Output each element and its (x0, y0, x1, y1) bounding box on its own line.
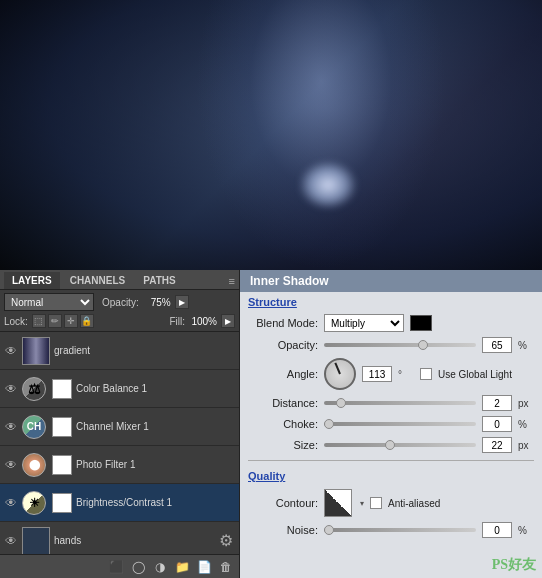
new-layer-icon[interactable]: 📄 (195, 558, 213, 576)
noise-value[interactable]: 0 (482, 522, 512, 538)
structure-label: Structure (240, 292, 542, 310)
blend-mode-label: Blend Mode: (248, 317, 318, 329)
fill-value: 100% (189, 316, 217, 327)
angle-dial[interactable] (324, 358, 356, 390)
distance-label: Distance: (248, 397, 318, 409)
noise-unit: % (518, 525, 534, 536)
layer-mask-photofilter (52, 455, 72, 475)
opacity-unit-is: % (518, 340, 534, 351)
lock-all-icon[interactable]: 🔒 (80, 314, 94, 328)
opacity-slider-thumb (418, 340, 428, 350)
global-light-label: Use Global Light (438, 369, 512, 380)
choke-value[interactable]: 0 (482, 416, 512, 432)
opacity-value-is[interactable]: 65 (482, 337, 512, 353)
choke-unit: % (518, 419, 534, 430)
noise-slider[interactable] (324, 528, 476, 532)
choke-slider[interactable] (324, 422, 476, 426)
layer-list: 👁 gradient 👁 ⚖ Color Balance 1 👁 CH Chan… (0, 332, 239, 554)
add-mask-icon[interactable]: ◯ (129, 558, 147, 576)
layer-vis-hands[interactable]: 👁 (4, 534, 18, 548)
layer-vis-gradient[interactable]: 👁 (4, 344, 18, 358)
opacity-label: Opacity: (102, 297, 139, 308)
quality-label: Quality (248, 468, 534, 484)
choke-slider-container (324, 422, 476, 426)
layer-item-channelmixer[interactable]: 👁 CH Channel Mixer 1 (0, 408, 239, 446)
choke-label: Choke: (248, 418, 318, 430)
blend-mode-row: Blend Mode: Multiply (248, 314, 534, 332)
blend-mode-select[interactable]: Normal (4, 293, 94, 311)
size-slider[interactable] (324, 443, 476, 447)
layers-controls: Normal Opacity: 75% ▶ Lock: ⬚ ✏ ✛ 🔒 Fill… (0, 290, 239, 332)
size-unit: px (518, 440, 534, 451)
tab-paths[interactable]: PATHS (135, 272, 183, 289)
distance-unit: px (518, 398, 534, 409)
opacity-slider[interactable] (324, 343, 476, 347)
layer-vis-colorbalance[interactable]: 👁 (4, 382, 18, 396)
size-row: Size: 22 px (248, 437, 534, 453)
lock-row: Lock: ⬚ ✏ ✛ 🔒 Fill: 100% ▶ (4, 314, 235, 328)
lock-paint-icon[interactable]: ✏ (48, 314, 62, 328)
opacity-row-is: Opacity: 65 % (248, 337, 534, 353)
contour-row: Contour: ▾ Anti-aliased (248, 489, 534, 517)
noise-row: Noise: 0 % (248, 522, 534, 538)
angle-value[interactable]: 113 (362, 366, 392, 382)
size-slider-thumb (385, 440, 395, 450)
blend-color-swatch[interactable] (410, 315, 432, 331)
layer-vis-brightness[interactable]: 👁 (4, 496, 18, 510)
choke-slider-thumb (324, 419, 334, 429)
layer-name-photofilter: Photo Filter 1 (76, 459, 235, 470)
photo-figure (196, 0, 446, 270)
layer-vis-photofilter[interactable]: 👁 (4, 458, 18, 472)
adj-icon-balscale: ⚖ (22, 377, 46, 401)
layers-toolbar: ⬛ ◯ ◑ 📁 📄 🗑 (0, 554, 239, 578)
contour-arrow-icon[interactable]: ▾ (360, 499, 364, 508)
opacity-slider-container (324, 343, 476, 347)
layer-item-brightness[interactable]: 👁 ☀ Brightness/Contrast 1 (0, 484, 239, 522)
bottom-panel: LAYERS CHANNELS PATHS ≡ Normal Opacity: … (0, 270, 542, 578)
noise-label: Noise: (248, 524, 318, 536)
lock-transparent-icon[interactable]: ⬚ (32, 314, 46, 328)
panel-menu-icon[interactable]: ≡ (229, 275, 235, 287)
noise-slider-container (324, 528, 476, 532)
lock-label: Lock: (4, 316, 28, 327)
adj-icon-photofilter: ⬤ (22, 453, 46, 477)
angle-row: Angle: 113 ° Use Global Light (248, 358, 534, 390)
anti-alias-label: Anti-aliased (388, 498, 440, 509)
anti-alias-checkbox[interactable] (370, 497, 382, 509)
layer-mask-channelmixer (52, 417, 72, 437)
inner-shadow-body: Blend Mode: Multiply Opacity: 65 % (240, 310, 542, 542)
distance-value[interactable]: 2 (482, 395, 512, 411)
divider (248, 460, 534, 461)
layer-item-gradient[interactable]: 👁 gradient (0, 332, 239, 370)
photo-canvas (0, 0, 542, 270)
add-style-icon[interactable]: ⬛ (107, 558, 125, 576)
layer-vis-channelmixer[interactable]: 👁 (4, 420, 18, 434)
lock-move-icon[interactable]: ✛ (64, 314, 78, 328)
layer-thumb-gradient (22, 337, 50, 365)
noise-slider-thumb (324, 525, 334, 535)
distance-slider[interactable] (324, 401, 476, 405)
layer-name-hands: hands (54, 535, 215, 546)
inner-shadow-header: Inner Shadow (240, 270, 542, 292)
fill-arrow[interactable]: ▶ (221, 314, 235, 328)
size-value[interactable]: 22 (482, 437, 512, 453)
layers-panel: LAYERS CHANNELS PATHS ≡ Normal Opacity: … (0, 270, 240, 578)
layer-thumb-hands (22, 527, 50, 555)
layer-item-hands[interactable]: 👁 hands ⚙ (0, 522, 239, 554)
tab-layers[interactable]: LAYERS (4, 272, 60, 289)
inner-shadow-panel: Inner Shadow Structure Blend Mode: Multi… (240, 270, 542, 578)
glow-orb (298, 160, 358, 210)
layer-item-photofilter[interactable]: 👁 ⬤ Photo Filter 1 (0, 446, 239, 484)
new-fill-icon[interactable]: ◑ (151, 558, 169, 576)
delete-layer-icon[interactable]: 🗑 (217, 558, 235, 576)
blend-mode-select-is[interactable]: Multiply (324, 314, 404, 332)
new-group-icon[interactable]: 📁 (173, 558, 191, 576)
contour-box[interactable] (324, 489, 352, 517)
tab-channels[interactable]: CHANNELS (62, 272, 134, 289)
layer-item-colorbalance[interactable]: 👁 ⚖ Color Balance 1 (0, 370, 239, 408)
global-light-checkbox[interactable] (420, 368, 432, 380)
size-label: Size: (248, 439, 318, 451)
opacity-arrow[interactable]: ▶ (175, 295, 189, 309)
layer-name-channelmixer: Channel Mixer 1 (76, 421, 235, 432)
layers-tabs: LAYERS CHANNELS PATHS ≡ (0, 270, 239, 290)
